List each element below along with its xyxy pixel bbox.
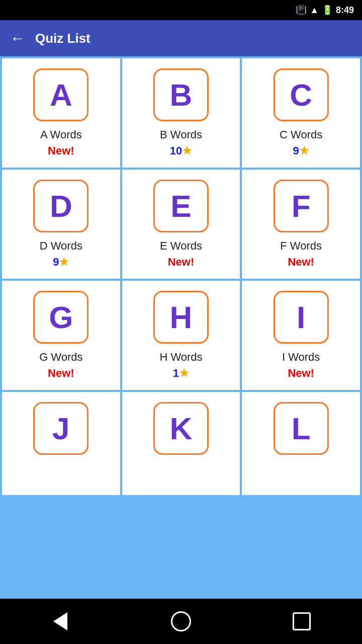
battery-icon: 🔋 (322, 5, 333, 16)
word-label-i: I Words (282, 351, 320, 364)
letter-box-i: I (274, 291, 329, 344)
word-label-e: E Words (160, 239, 202, 253)
status-bar: 📳 ▲ 🔋 8:49 (0, 0, 362, 20)
word-label-c: C Words (280, 128, 322, 141)
status-score-b: 10★ (170, 144, 192, 157)
nav-recent-button[interactable] (287, 606, 317, 636)
letter-k: K (170, 411, 193, 446)
quiz-item-b[interactable]: BB Words10★ (122, 58, 240, 168)
letter-box-f: F (274, 180, 329, 232)
quiz-item-f[interactable]: FF WordsNew! (242, 170, 360, 279)
nav-back-button[interactable] (45, 606, 75, 636)
quiz-item-g[interactable]: GG WordsNew! (2, 281, 120, 390)
word-label-f: F Words (280, 239, 322, 253)
word-label-d: D Words (40, 239, 82, 253)
letter-g: G (49, 299, 73, 335)
letter-c: C (290, 77, 312, 113)
status-new-g: New! (48, 367, 74, 380)
letter-box-d: D (33, 180, 88, 232)
letter-box-e: E (153, 180, 209, 232)
quiz-item-e[interactable]: EE WordsNew! (122, 170, 240, 279)
time-display: 8:49 (336, 5, 354, 16)
status-score-h: 1★ (173, 367, 189, 380)
letter-box-g: G (33, 291, 88, 344)
status-new-f: New! (288, 256, 314, 269)
letter-box-c: C (274, 68, 329, 121)
letter-e: E (170, 188, 191, 224)
star-icon: ★ (299, 144, 309, 157)
letter-i: I (297, 299, 305, 335)
word-label-a: A Words (40, 128, 82, 141)
quiz-item-a[interactable]: AA WordsNew! (2, 58, 120, 168)
status-icons: 📳 ▲ 🔋 8:49 (296, 5, 354, 16)
letter-box-b: B (153, 68, 209, 121)
letter-h: H (170, 299, 193, 335)
signal-icon: ▲ (310, 5, 319, 16)
letter-b: B (170, 77, 193, 113)
nav-home-button[interactable] (166, 606, 196, 636)
letter-d: D (50, 188, 72, 224)
letter-box-l: L (274, 402, 329, 455)
header: ← Quiz List (0, 20, 362, 56)
letter-box-h: H (153, 291, 209, 344)
status-new-a: New! (48, 144, 74, 157)
quiz-item-l[interactable]: L (242, 392, 360, 495)
status-score-c: 9★ (293, 144, 309, 157)
star-icon: ★ (59, 256, 69, 268)
letter-box-k: K (153, 402, 209, 455)
word-label-b: B Words (160, 128, 202, 141)
word-label-g: G Words (39, 351, 82, 364)
letter-box-a: A (33, 68, 88, 121)
back-button[interactable]: ← (10, 31, 25, 46)
quiz-item-c[interactable]: CC Words9★ (242, 58, 360, 168)
quiz-item-h[interactable]: HH Words1★ (122, 281, 240, 390)
quiz-grid: AA WordsNew!BB Words10★CC Words9★DD Word… (2, 58, 360, 495)
vibrate-icon: 📳 (296, 5, 307, 16)
bottom-navigation (0, 599, 362, 644)
letter-a: A (50, 77, 72, 113)
letter-l: L (292, 411, 311, 446)
star-icon: ★ (182, 144, 192, 157)
word-label-h: H Words (159, 351, 202, 364)
star-icon: ★ (179, 367, 189, 379)
letter-box-j: J (33, 402, 88, 455)
quiz-item-j[interactable]: J (2, 392, 120, 495)
status-new-i: New! (288, 367, 314, 380)
quiz-item-d[interactable]: DD Words9★ (2, 170, 120, 279)
page-title: Quiz List (35, 31, 90, 46)
status-new-e: New! (168, 256, 195, 269)
letter-j: J (52, 411, 69, 446)
quiz-item-k[interactable]: K (122, 392, 240, 495)
letter-f: F (292, 188, 311, 224)
quiz-grid-container: AA WordsNew!BB Words10★CC Words9★DD Word… (0, 56, 362, 599)
status-score-d: 9★ (53, 256, 69, 269)
quiz-item-i[interactable]: II WordsNew! (242, 281, 360, 390)
